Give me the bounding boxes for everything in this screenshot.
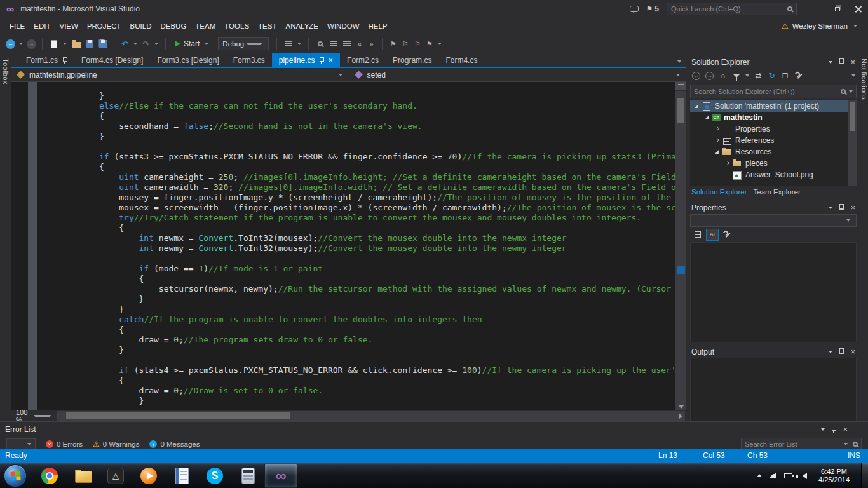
toolbar-overflow-icon[interactable] [851,74,855,77]
toolbox-autohide-tab[interactable]: Toolbox [0,53,11,421]
redo-dropdown-icon[interactable] [154,43,158,45]
tab-form4-cs[interactable]: Form4.cs [438,53,484,67]
tree-item-references[interactable]: References [690,135,857,146]
categorized-icon[interactable] [691,229,704,241]
close-icon[interactable]: × [850,348,855,356]
debug-target-dropdown[interactable]: Debug [218,37,269,50]
pin-icon[interactable] [831,425,837,433]
solution-platforms-icon[interactable] [282,38,294,50]
taskbar-unity-button[interactable]: △ [99,464,132,488]
tab-form3-cs[interactable]: Form3.cs [226,53,272,67]
taskbar-clock[interactable]: 6:42 PM 4/25/2014 [815,468,853,484]
tab-list-chevron-icon[interactable] [677,60,681,63]
warnings-filter-button[interactable]: ⚠ 0 Warnings [93,440,140,449]
code-editor[interactable]: } else//Else if the camera can not find … [11,82,686,410]
tree-scrollbar[interactable] [848,100,857,186]
navigate-forward-icon[interactable]: → [27,39,36,49]
toggle-bookmark-icon[interactable]: ⚑ [388,40,398,48]
tab-form1-cs[interactable]: Form1.cs [19,53,74,67]
error-list-search-input[interactable] [745,440,839,448]
volume-icon[interactable] [803,473,807,479]
vertical-scrollbar[interactable] [675,82,686,410]
taskbar-media-player-button[interactable] [132,464,165,488]
menu-view[interactable]: VIEW [55,22,83,30]
undo-icon[interactable]: ↶ [119,39,130,49]
back-icon[interactable]: ← [690,70,702,81]
refresh-icon[interactable]: ↻ [766,70,778,81]
menu-build[interactable]: BUILD [126,22,156,30]
scroll-right-icon[interactable] [679,414,682,419]
error-filter-dropdown[interactable] [6,438,36,449]
window-position-icon[interactable] [829,351,832,353]
error-list-search-box[interactable] [741,438,862,449]
open-file-icon[interactable] [70,38,82,50]
minimize-button[interactable] [807,0,827,18]
tree-item-properties[interactable]: Properties [690,123,857,135]
expander-collapsed-icon[interactable] [713,136,722,145]
breakpoint-margin[interactable] [11,82,28,410]
notifications-flag-icon[interactable]: ⚑5 [646,4,659,13]
tree-item-mathtestin[interactable]: C#mathtestin [690,112,857,123]
find-in-files-icon[interactable] [314,38,326,50]
type-dropdown[interactable]: mathtestin.gpipeline [11,68,349,81]
tree-item-answer-school-png[interactable]: Answer_School.png [690,169,857,180]
tree-item-resources[interactable]: Resources [690,146,857,158]
taskbar-journal-button[interactable] [165,464,198,488]
alphabetical-sort-icon[interactable]: A↓ [706,229,719,241]
tab-program-cs[interactable]: Program.cs [386,53,438,67]
restore-button[interactable] [827,0,848,18]
home-icon[interactable]: ⌂ [717,70,729,81]
new-file-dropdown-icon[interactable] [63,43,67,45]
menu-analyze[interactable]: ANALYZE [281,22,323,30]
errors-filter-button[interactable]: × 0 Errors [46,440,83,448]
hidden-icons-chevron-icon[interactable] [757,474,762,477]
previous-bookmark-icon[interactable]: ⚐ [400,40,410,48]
close-icon[interactable]: × [328,56,333,64]
toolbar-overflow-icon[interactable] [438,43,442,45]
decrease-indent-icon[interactable]: « [354,40,365,48]
splitter-handle[interactable] [675,82,686,91]
expander-expanded-icon[interactable] [713,147,722,156]
expander-collapsed-icon[interactable] [713,125,722,133]
start-debug-button[interactable]: Start [171,39,214,48]
expander-collapsed-icon[interactable] [723,159,732,168]
property-pages-icon[interactable] [721,229,733,241]
solution-explorer-search-input[interactable] [694,88,837,95]
user-account-button[interactable]: ⚠ Wezley Sherman [782,22,859,30]
increase-indent-icon[interactable]: » [366,40,377,48]
properties-header[interactable]: Properties × [690,201,857,214]
window-position-icon[interactable] [821,428,825,431]
tree-scrollbar-thumb[interactable] [850,102,855,131]
undo-dropdown-icon[interactable] [133,43,137,45]
taskbar-chrome-button[interactable] [33,464,66,488]
horizontal-scrollbar-thumb[interactable] [66,412,290,419]
close-icon[interactable]: × [850,58,855,66]
close-icon[interactable]: × [843,425,848,433]
tab-form2-cs[interactable]: Form2.cs [340,53,386,67]
properties-content[interactable] [690,242,857,342]
solution-platforms-dropdown-icon[interactable] [297,43,301,45]
close-button[interactable] [848,0,868,18]
taskbar-visual-studio-button[interactable]: ∞ [264,464,297,488]
window-position-icon[interactable] [829,61,832,64]
start-button[interactable] [4,464,27,487]
collapse-all-icon[interactable]: ⊟ [779,70,791,81]
expander-expanded-icon[interactable] [703,113,712,122]
show-desktop-button[interactable] [861,463,868,488]
comment-icon[interactable] [327,38,339,50]
clear-bookmarks-icon[interactable]: ⚑ [424,40,435,48]
next-bookmark-icon[interactable]: ⚐ [412,40,423,48]
menu-window[interactable]: WINDOW [323,22,363,30]
bottom-tab-solution-explorer[interactable]: Solution Explorer [691,188,747,198]
filter-icon[interactable] [730,70,742,81]
expander-expanded-icon[interactable] [693,102,702,111]
tab-pipeline-cs[interactable]: pipeline.cs× [272,53,340,67]
forward-icon[interactable]: → [703,70,715,81]
vertical-scrollbar-thumb[interactable] [677,98,684,123]
new-file-icon[interactable] [48,38,60,50]
save-icon[interactable] [83,38,95,50]
navigate-backward-dropdown-icon[interactable] [19,43,23,45]
taskbar-file-explorer-button[interactable] [66,464,99,488]
output-content[interactable] [690,358,857,421]
tab-form4-cs-design[interactable]: Form4.cs [Design] [74,53,150,67]
